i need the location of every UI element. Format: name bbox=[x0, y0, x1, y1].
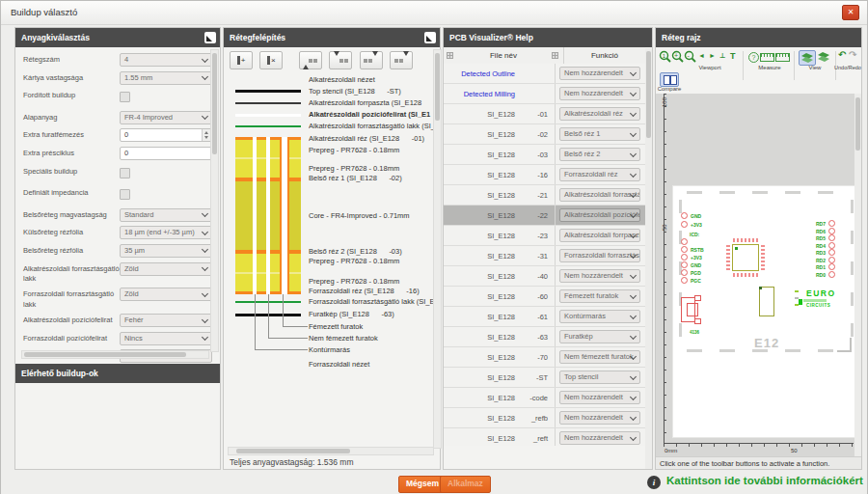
function-select[interactable]: Nem hozzárendelt bbox=[559, 269, 640, 283]
table-row[interactable]: Detected MillingNem hozzárendelt bbox=[444, 84, 645, 104]
ruler-icon[interactable] bbox=[775, 53, 790, 62]
table-row[interactable]: SI_E128-63Furatkép bbox=[444, 327, 645, 347]
table-row[interactable]: SI_E128-40Nem hozzárendelt bbox=[444, 266, 645, 287]
pan-up-icon[interactable]: ⊥ bbox=[719, 52, 725, 60]
function-column-header[interactable]: Funkció bbox=[563, 47, 645, 64]
function-select[interactable]: Forraszoldali réz bbox=[559, 168, 640, 181]
more-info-link[interactable]: Kattintson ide további információkért bbox=[666, 475, 863, 486]
select-dropdown[interactable]: Nincs bbox=[120, 332, 212, 345]
select-dropdown[interactable]: Zöld bbox=[120, 288, 212, 301]
delete-layer-button[interactable]: × bbox=[259, 51, 283, 69]
vertical-scrollbar[interactable] bbox=[433, 49, 442, 449]
select-dropdown[interactable]: 35 µm bbox=[120, 244, 212, 258]
undo-icon[interactable]: ↶ bbox=[838, 49, 846, 60]
scrollbar-thumb[interactable] bbox=[236, 449, 350, 453]
pan-left-icon[interactable]: ◄ bbox=[698, 52, 705, 59]
available-buildups-header[interactable]: Elérhető buildup-ok bbox=[15, 364, 220, 383]
view-stack-icon[interactable] bbox=[816, 50, 831, 64]
pan-right-icon[interactable]: ► bbox=[709, 52, 716, 59]
collapse-panel-icon[interactable] bbox=[424, 32, 436, 43]
filter-grid-icon[interactable] bbox=[447, 52, 453, 59]
function-select[interactable]: Alkatrészoldali forrpaszta bbox=[559, 229, 640, 242]
filter-grid-icon[interactable] bbox=[552, 52, 558, 59]
file-name-column-header[interactable]: File név bbox=[444, 47, 563, 64]
view-layers-icon[interactable] bbox=[799, 50, 816, 66]
table-row[interactable]: SI_E128-31Forraszoldali forrasztásgátló … bbox=[444, 246, 645, 266]
table-row[interactable]: SI_E128-01Alkatrészoldali réz bbox=[444, 104, 645, 124]
text-input[interactable]: 0 bbox=[120, 147, 212, 160]
select-dropdown[interactable]: Zöld bbox=[120, 262, 212, 276]
table-row[interactable]: SI_E128-22Alkatrészoldali pozíciófelirat bbox=[444, 206, 645, 226]
scrollbar-thumb[interactable] bbox=[646, 51, 651, 138]
table-row[interactable]: SI_E128-02Belső réz 1 bbox=[444, 124, 645, 145]
function-select[interactable]: Alkatrészoldali réz bbox=[559, 107, 640, 121]
table-row[interactable]: SI_E128-codeNem hozzárendelt bbox=[444, 388, 645, 408]
function-select[interactable]: Nem hozzárendelt bbox=[559, 87, 640, 100]
zoom-out-icon[interactable]: - bbox=[684, 50, 696, 63]
table-row[interactable]: SI_E128_refbNem hozzárendelt bbox=[444, 408, 645, 428]
function-select[interactable]: Nem hozzárendelt bbox=[559, 431, 640, 445]
scrollbar-thumb[interactable] bbox=[435, 53, 440, 121]
scrollbar-thumb[interactable] bbox=[855, 97, 860, 151]
zoom-in-icon[interactable]: + bbox=[671, 50, 684, 63]
function-select[interactable]: Belső réz 2 bbox=[559, 148, 640, 161]
apply-button[interactable]: Alkalmaz bbox=[440, 476, 491, 493]
move-layer-down-button[interactable] bbox=[329, 51, 352, 69]
checkbox[interactable] bbox=[120, 189, 130, 200]
function-select[interactable]: Top stencil bbox=[559, 370, 640, 384]
close-button[interactable]: ✕ bbox=[842, 5, 859, 20]
select-dropdown[interactable]: 4 bbox=[120, 53, 212, 67]
function-select[interactable]: Nem hozzárendelt bbox=[559, 391, 640, 404]
checkbox[interactable] bbox=[120, 168, 130, 178]
zoom-original-icon[interactable]: 1 bbox=[659, 50, 671, 63]
table-row[interactable]: SI_E128-03Belső réz 2 bbox=[444, 145, 645, 165]
checkbox[interactable] bbox=[120, 92, 130, 102]
horizontal-scrollbar[interactable] bbox=[21, 350, 209, 359]
select-dropdown[interactable]: 18 µm (end +/-35 µm) bbox=[120, 226, 212, 239]
move-layer-up-button[interactable] bbox=[299, 51, 322, 69]
function-select[interactable]: Alkatrészoldali pozíciófelirat bbox=[559, 208, 640, 222]
horizontal-scrollbar[interactable] bbox=[228, 447, 434, 455]
function-select[interactable]: Nem fémezett furatok bbox=[559, 350, 640, 364]
redo-icon[interactable]: ↷ bbox=[849, 49, 856, 60]
table-row[interactable]: SI_E128_reftNem hozzárendelt bbox=[444, 428, 645, 446]
layer-drawing-canvas[interactable]: EURO CIRCUITS E12 4136 GND+3V3ICD:RSTB+3… bbox=[656, 94, 861, 456]
function-select[interactable]: Forraszoldali forrasztásgátló lakk bbox=[559, 249, 640, 262]
table-row[interactable]: SI_E128-70Nem fémezett furatok bbox=[444, 347, 645, 368]
collapse-panel-icon[interactable] bbox=[204, 32, 216, 43]
select-dropdown[interactable]: 1.55 mm bbox=[120, 71, 212, 85]
function-select[interactable]: Belső réz 1 bbox=[559, 127, 640, 141]
info-icon[interactable]: i bbox=[647, 476, 661, 489]
function-select[interactable]: Kontúrmarás bbox=[559, 310, 640, 323]
select-dropdown[interactable]: FR-4 Improved bbox=[120, 111, 212, 124]
vertical-scrollbar[interactable] bbox=[854, 94, 861, 456]
select-dropdown[interactable]: Standard bbox=[120, 208, 212, 222]
shift-stack-down-button[interactable] bbox=[390, 51, 413, 69]
table-row[interactable]: Detected OutlineNem hozzárendelt bbox=[444, 64, 645, 84]
table-row[interactable]: SI_E128-60Fémezett furatok bbox=[444, 287, 645, 307]
vertical-scrollbar[interactable] bbox=[645, 48, 652, 469]
compare-icon[interactable] bbox=[660, 72, 679, 87]
vertical-scrollbar[interactable] bbox=[210, 49, 219, 352]
ruler-icon[interactable] bbox=[760, 53, 774, 62]
table-row[interactable]: SI_E128-21Alkatrészoldali forrasztásgátl… bbox=[444, 185, 645, 206]
file-name[interactable]: Detected Milling bbox=[444, 90, 515, 98]
function-select[interactable]: Furatkép bbox=[559, 330, 640, 343]
function-select[interactable]: Alkatrészoldali forrasztásgátló lakk bbox=[559, 188, 640, 202]
text-tool-icon[interactable]: T bbox=[730, 51, 736, 61]
function-select[interactable]: Nem hozzárendelt bbox=[559, 67, 640, 80]
file-name[interactable]: Detected Outline bbox=[444, 69, 515, 78]
function-select[interactable]: Nem hozzárendelt bbox=[559, 411, 640, 425]
text-input[interactable]: 0 bbox=[120, 128, 212, 142]
shift-layer-down-button[interactable] bbox=[360, 51, 383, 69]
measure-help-icon[interactable]: ? bbox=[748, 52, 759, 63]
table-row[interactable]: SI_E128-23Alkatrészoldali forrpaszta bbox=[444, 226, 645, 246]
function-select[interactable]: Fémezett furatok bbox=[559, 289, 640, 303]
table-row[interactable]: SI_E128-STTop stencil bbox=[444, 368, 645, 388]
add-layer-button[interactable]: + bbox=[230, 51, 253, 69]
scrollbar-thumb[interactable] bbox=[24, 352, 186, 357]
scrollbar-thumb[interactable] bbox=[212, 53, 217, 154]
table-row[interactable]: SI_E128-61Kontúrmarás bbox=[444, 307, 645, 327]
table-row[interactable]: SI_E128-16Forraszoldali réz bbox=[444, 165, 645, 185]
select-dropdown[interactable]: Fehér bbox=[120, 314, 212, 327]
